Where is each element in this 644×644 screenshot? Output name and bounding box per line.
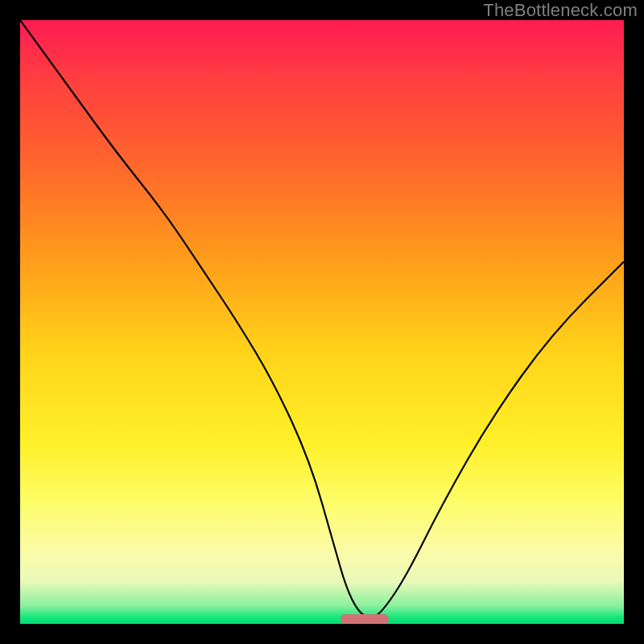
bottleneck-curve (20, 20, 624, 617)
watermark-text: TheBottleneck.com (483, 0, 638, 21)
curve-svg (20, 20, 624, 624)
plot-area (20, 20, 624, 624)
optimal-range-marker (341, 614, 389, 624)
chart-frame: TheBottleneck.com (0, 0, 644, 644)
